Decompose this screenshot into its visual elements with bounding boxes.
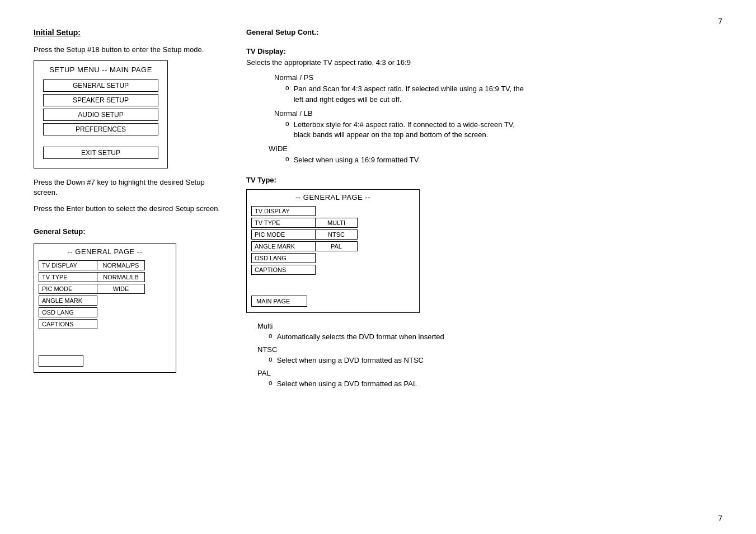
multi-bullet-text: Automatically selects the DVD format whe… <box>277 332 444 342</box>
rgt-row-3: PIC MODE NTSC <box>251 229 415 240</box>
left-gt-label-3: PIC MODE <box>39 284 97 294</box>
normal-ps-section: Normal / PS o Pan and Scan for 4:3 aspec… <box>274 73 722 104</box>
left-gt-value-2: NORMAL/LB <box>97 272 145 282</box>
page-number-top: 7 <box>718 17 722 26</box>
normal-ps-bullet-text: Pan and Scan for 4:3 aspect ratio. If se… <box>294 84 529 104</box>
rgt-row-2: TV TYPE MULTI <box>251 218 415 228</box>
left-gt-footer <box>39 355 83 367</box>
general-setup-heading: General Setup: <box>34 227 224 236</box>
left-gt-label-1: TV DISPLAY <box>39 260 97 270</box>
ntsc-bullet-icon: o <box>269 355 273 366</box>
rgt-val-pal: PAL <box>316 241 358 251</box>
setup-menu-title: SETUP MENU -- MAIN PAGE <box>39 65 163 74</box>
multi-bullet-row: o Automatically selects the DVD format w… <box>269 332 722 342</box>
setup-menu-items: GENERAL SETUP SPEAKER SETUP AUDIO SETUP … <box>39 79 163 135</box>
wide-bullet-text: Select when using a 16:9 formatted TV <box>294 155 419 165</box>
ntsc-bullet-row: o Select when using a DVD formatted as N… <box>269 355 722 366</box>
menu-exit-wrapper: EXIT SETUP <box>39 147 163 159</box>
left-gt-row-6: CAPTIONS <box>39 319 171 329</box>
normal-lb-bullet-row: o Letterbox style for 4:# aspect ratio. … <box>285 120 722 140</box>
intro-text: Press the Setup #18 button to enter the … <box>34 45 224 55</box>
page: 7 Initial Setup: Press the Setup #18 but… <box>0 0 756 534</box>
rgt-label-6: CAPTIONS <box>251 265 316 275</box>
tv-display-title: TV Display: <box>246 46 722 57</box>
ntsc-section: NTSC o Select when using a DVD formatted… <box>257 345 722 366</box>
normal-lb-label: Normal / LB <box>274 109 722 118</box>
left-gt-row-3: PIC MODE WIDE <box>39 284 171 294</box>
left-column: Initial Setup: Press the Setup #18 butto… <box>34 28 224 392</box>
pal-label: PAL <box>257 369 722 377</box>
left-gt-row-2: TV TYPE NORMAL/LB <box>39 272 171 282</box>
rgt-row-1: TV DISPLAY <box>251 206 415 216</box>
rgt-label-4: ANGLE MARK <box>251 241 316 251</box>
left-general-table: -- GENERAL PAGE -- TV DISPLAY NORMAL/PS … <box>34 243 176 373</box>
pal-bullet-icon: o <box>269 379 273 389</box>
menu-item-speaker: SPEAKER SETUP <box>43 94 158 106</box>
rgt-val-ntsc: NTSC <box>316 229 358 240</box>
ntsc-label: NTSC <box>257 345 722 354</box>
left-gt-label-6: CAPTIONS <box>39 319 97 329</box>
multi-label: Multi <box>257 322 722 330</box>
left-gt-value-3: WIDE <box>97 284 145 294</box>
normal-ps-bullet-icon: o <box>285 84 289 104</box>
menu-item-audio: AUDIO SETUP <box>43 109 158 121</box>
menu-item-general: GENERAL SETUP <box>43 79 158 92</box>
menu-spacer <box>39 135 163 147</box>
setup-menu-box: SETUP MENU -- MAIN PAGE GENERAL SETUP SP… <box>34 60 168 168</box>
left-gt-row-4: ANGLE MARK <box>39 296 171 306</box>
pal-bullet-text: Select when using a DVD formatted as PAL <box>277 379 417 389</box>
left-gt-label-2: TV TYPE <box>39 272 97 282</box>
normal-lb-bullet-icon: o <box>285 120 289 140</box>
rgt-row-6: CAPTIONS <box>251 265 415 275</box>
pal-bullet-row: o Select when using a DVD formatted as P… <box>269 379 722 389</box>
rgt-label-3: PIC MODE <box>251 229 316 240</box>
rgt-label-5: OSD LANG <box>251 253 316 263</box>
right-column: General Setup Cont.: TV Display: Selects… <box>246 28 722 392</box>
menu-item-exit: EXIT SETUP <box>43 147 158 159</box>
initial-setup-heading: Initial Setup: <box>34 28 224 37</box>
wide-label: WIDE <box>269 144 722 153</box>
rgt-label-2: TV TYPE <box>251 218 316 228</box>
rgt-val-multi: MULTI <box>316 218 358 228</box>
main-content: Initial Setup: Press the Setup #18 butto… <box>34 28 722 392</box>
ntsc-bullet-text: Select when using a DVD formatted as NTS… <box>277 355 424 366</box>
left-gt-label-5: OSD LANG <box>39 307 97 317</box>
rgt-main-page: MAIN PAGE <box>251 296 307 307</box>
right-general-table: -- GENERAL PAGE -- TV DISPLAY TV TYPE MU… <box>246 189 420 313</box>
multi-bullet-icon: o <box>269 332 273 342</box>
nav-text-2: Press the Enter button to select the des… <box>34 204 224 214</box>
rgt-row-4: ANGLE MARK PAL <box>251 241 415 251</box>
page-number-bottom: 7 <box>718 514 722 523</box>
normal-ps-label: Normal / PS <box>274 73 722 82</box>
left-gt-label-4: ANGLE MARK <box>39 296 97 306</box>
wide-bullet-icon: o <box>285 155 289 165</box>
multi-section: Multi o Automatically selects the DVD fo… <box>257 322 722 342</box>
rgt-label-1: TV DISPLAY <box>251 206 316 216</box>
normal-lb-bullet-text: Letterbox style for 4:# aspect ratio. If… <box>294 120 529 140</box>
left-gt-row-5: OSD LANG <box>39 307 171 317</box>
menu-item-preferences: PREFERENCES <box>43 123 158 135</box>
wide-bullet-row: o Select when using a 16:9 formatted TV <box>285 155 722 165</box>
normal-lb-section: Normal / LB o Letterbox style for 4:# as… <box>274 109 722 140</box>
rgt-row-5: OSD LANG <box>251 253 415 263</box>
left-gt-value-1: NORMAL/PS <box>97 260 145 270</box>
left-gt-row-1: TV DISPLAY NORMAL/PS <box>39 260 171 270</box>
wide-section: WIDE o Select when using a 16:9 formatte… <box>269 144 722 165</box>
tv-display-desc: Selects the appropriate TV aspect ratio,… <box>246 58 722 68</box>
left-general-table-title: -- GENERAL PAGE -- <box>39 247 171 256</box>
nav-text-1: Press the Down #7 key to highlight the d… <box>34 177 224 198</box>
pal-section: PAL o Select when using a DVD formatted … <box>257 369 722 389</box>
right-general-table-title: -- GENERAL PAGE -- <box>251 193 415 202</box>
normal-ps-bullet-row: o Pan and Scan for 4:3 aspect ratio. If … <box>285 84 722 104</box>
tv-type-title: TV Type: <box>246 175 722 185</box>
cont-title: General Setup Cont.: <box>246 28 722 36</box>
